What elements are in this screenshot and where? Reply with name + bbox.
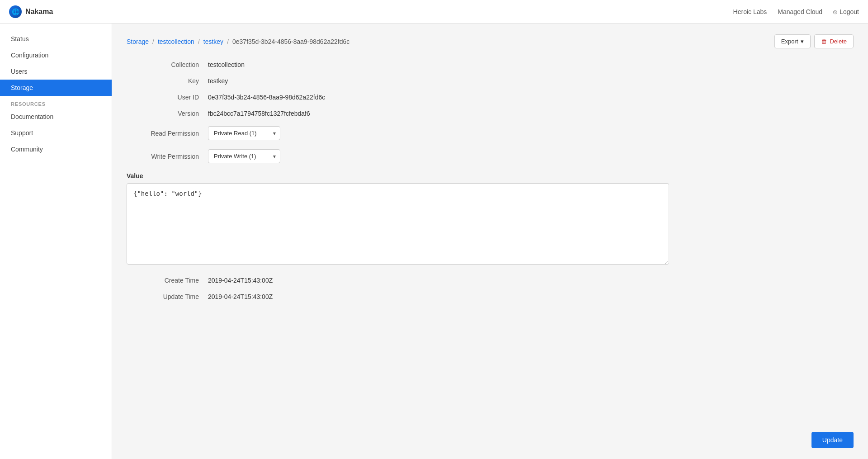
delete-label: Delete (830, 38, 847, 45)
user-id-label: User ID (127, 94, 208, 101)
user-id-row: User ID 0e37f35d-3b24-4856-8aa9-98d62a22… (127, 94, 669, 101)
user-id-value: 0e37f35d-3b24-4856-8aa9-98d62a22fd6c (208, 94, 325, 101)
update-time-label: Update Time (127, 293, 208, 300)
logout-label: Logout (840, 8, 859, 15)
heroic-labs-link[interactable]: Heroic Labs (733, 8, 767, 15)
collection-value: testcollection (208, 61, 245, 68)
collection-label: Collection (127, 61, 208, 68)
export-button[interactable]: Export ▾ (774, 34, 811, 48)
create-time-label: Create Time (127, 277, 208, 284)
write-permission-label: Write Permission (127, 153, 208, 160)
sidebar-item-configuration[interactable]: Configuration (0, 47, 112, 63)
version-value: fbc24bcc7a1794758fc1327fcfebdaf6 (208, 110, 310, 117)
sidebar-item-storage[interactable]: Storage (0, 80, 112, 96)
value-textarea[interactable]: {"hello": "world"} (127, 183, 669, 265)
brand-name: Nakama (25, 8, 53, 16)
breadcrumb-id: 0e37f35d-3b24-4856-8aa9-98d62a22fd6c (232, 38, 349, 45)
breadcrumb: Storage / testcollection / testkey / 0e3… (127, 34, 854, 48)
sidebar-item-users[interactable]: Users (0, 63, 112, 80)
delete-button[interactable]: 🗑 Delete (814, 34, 854, 48)
write-permission-row: Write Permission No Write (0) Private Wr… (127, 149, 669, 163)
read-permission-label: Read Permission (127, 130, 208, 137)
topnav: 🌐 Nakama Heroic Labs Managed Cloud ⎋ Log… (0, 0, 868, 24)
sidebar-item-community[interactable]: Community (0, 141, 112, 157)
breadcrumb-collection[interactable]: testcollection (158, 38, 194, 45)
breadcrumb-sep-2: / (198, 38, 200, 45)
write-permission-select-wrapper: No Write (0) Private Write (1) Public Wr… (208, 149, 280, 163)
update-button[interactable]: Update (811, 432, 854, 448)
sidebar: Status Configuration Users Storage RESOU… (0, 24, 112, 459)
breadcrumb-storage[interactable]: Storage (127, 38, 149, 45)
sidebar-item-support[interactable]: Support (0, 125, 112, 141)
update-time-row: Update Time 2019-04-24T15:43:00Z (127, 293, 669, 300)
delete-trash-icon: 🗑 (821, 38, 827, 45)
logout-icon: ⎋ (833, 8, 837, 15)
main-content: Storage / testcollection / testkey / 0e3… (112, 24, 868, 459)
sidebar-item-status[interactable]: Status (0, 31, 112, 47)
value-section: Value {"hello": "world"} (127, 172, 669, 266)
breadcrumb-sep-3: / (227, 38, 229, 45)
read-permission-select-wrapper: No Read (0) Private Read (1) Public Read… (208, 126, 280, 140)
collection-row: Collection testcollection (127, 61, 669, 68)
layout: Status Configuration Users Storage RESOU… (0, 24, 868, 459)
export-chevron-icon: ▾ (801, 38, 804, 45)
key-row: Key testkey (127, 77, 669, 85)
sidebar-resources-label: RESOURCES (0, 96, 112, 109)
read-permission-row: Read Permission No Read (0) Private Read… (127, 126, 669, 140)
form-section: Collection testcollection Key testkey Us… (127, 61, 669, 300)
write-permission-select[interactable]: No Write (0) Private Write (1) Public Wr… (208, 149, 280, 163)
topnav-right: Heroic Labs Managed Cloud ⎋ Logout (733, 8, 859, 15)
breadcrumb-actions: Export ▾ 🗑 Delete (774, 34, 854, 48)
sidebar-item-documentation[interactable]: Documentation (0, 109, 112, 125)
brand-icon: 🌐 (9, 5, 22, 18)
export-label: Export (781, 38, 798, 45)
brand: 🌐 Nakama (9, 5, 53, 18)
value-label: Value (127, 172, 669, 180)
breadcrumb-sep-1: / (152, 38, 154, 45)
read-permission-select[interactable]: No Read (0) Private Read (1) Public Read… (208, 126, 280, 140)
version-row: Version fbc24bcc7a1794758fc1327fcfebdaf6 (127, 110, 669, 117)
breadcrumb-key[interactable]: testkey (203, 38, 223, 45)
create-time-row: Create Time 2019-04-24T15:43:00Z (127, 277, 669, 284)
key-label: Key (127, 77, 208, 85)
update-time-value: 2019-04-24T15:43:00Z (208, 293, 273, 300)
create-time-value: 2019-04-24T15:43:00Z (208, 277, 273, 284)
key-value: testkey (208, 77, 228, 85)
version-label: Version (127, 110, 208, 117)
managed-cloud-link[interactable]: Managed Cloud (778, 8, 822, 15)
logout-button[interactable]: ⎋ Logout (833, 8, 859, 15)
